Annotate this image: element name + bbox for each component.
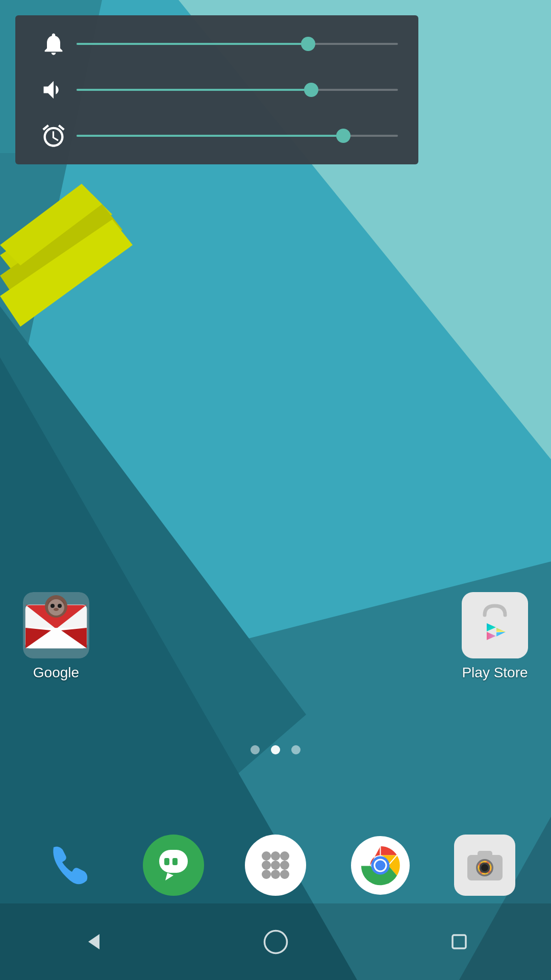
svg-rect-51 [478,851,492,858]
svg-point-42 [280,870,289,879]
notification-volume-row [36,31,398,57]
dock [0,832,551,898]
alarm-volume-row [36,122,398,149]
svg-point-54 [481,864,488,871]
svg-point-58 [264,930,287,953]
back-button[interactable] [71,921,112,962]
svg-point-36 [280,851,289,861]
google-app-icon[interactable]: Google [15,592,97,681]
media-volume-row [36,77,398,103]
launcher-dock-icon[interactable] [245,835,306,896]
svg-point-40 [262,870,271,879]
svg-point-49 [375,860,385,870]
svg-rect-33 [172,858,178,865]
google-icon-image [23,592,89,658]
page-dot-2[interactable] [271,745,280,754]
recents-button[interactable] [439,921,480,962]
svg-point-22 [51,604,55,608]
play-store-icon-image [462,592,528,658]
svg-point-35 [271,851,280,861]
svg-rect-59 [453,935,466,948]
svg-rect-32 [164,858,169,865]
home-button[interactable] [255,921,296,962]
chrome-dock-icon[interactable] [347,832,413,898]
svg-point-21 [48,599,64,616]
page-dots [251,745,300,754]
volume-panel [15,15,418,164]
svg-point-37 [262,861,271,870]
alarm-icon [36,122,71,149]
hangouts-dock-icon[interactable] [143,835,204,896]
page-dot-3[interactable] [291,745,300,754]
play-store-label: Play Store [462,665,528,681]
volume-icon [36,77,71,103]
svg-point-38 [271,861,280,870]
page-dot-1[interactable] [251,745,260,754]
svg-point-23 [58,604,62,608]
bell-icon [36,31,71,57]
svg-point-39 [280,861,289,870]
media-slider-track[interactable] [77,89,398,91]
svg-point-34 [262,851,271,861]
svg-marker-57 [88,934,99,949]
notification-slider-track[interactable] [77,43,398,45]
svg-point-41 [271,870,280,879]
google-label: Google [33,665,79,681]
nav-bar [0,903,551,980]
play-store-app-icon[interactable]: Play Store [454,592,536,681]
alarm-slider-track[interactable] [77,135,398,137]
phone-dock-icon[interactable] [36,832,102,898]
svg-point-24 [54,608,59,611]
camera-dock-icon[interactable] [454,835,515,896]
